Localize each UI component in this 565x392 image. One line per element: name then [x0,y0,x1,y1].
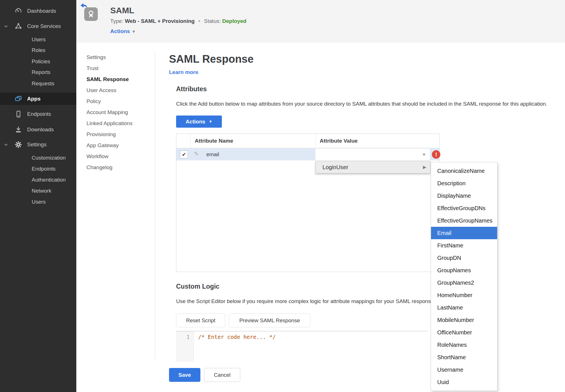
subnav-trust[interactable]: Trust [86,65,99,71]
menu-item-displayname[interactable]: DisplayName [431,190,497,202]
sidebar-item-label: Roles [32,47,46,53]
chevron-down-icon[interactable] [3,23,9,29]
sidebar-item-endpoints-settings[interactable]: Endpoints [0,164,76,174]
editor-gutter: 1 [176,331,194,362]
sidebar-item-label: Users [32,199,46,205]
attributes-actions-button[interactable]: Actions▼ [176,116,222,128]
app-meta: Type: Web - SAML + Provisioning • Status… [110,18,246,24]
subnav-saml-response[interactable]: SAML Response [86,76,129,82]
subnav-changelog[interactable]: Changelog [86,164,112,171]
subnav-divider [155,52,155,360]
menu-item-description[interactable]: Description [431,177,497,190]
value-menu-loginuser[interactable]: LoginUser ▶ [315,161,430,173]
attribute-name-cell: email [206,148,219,160]
chevron-down-icon: ▼ [422,152,426,157]
cancel-button[interactable]: Cancel [204,368,240,382]
column-header-attribute-name: Attribute Name [191,134,315,148]
phone-icon [14,110,23,118]
separator-dot: • [198,18,200,24]
subnav-settings[interactable]: Settings [86,54,106,60]
sidebar-item-label: Customization [32,155,66,161]
code-line[interactable]: /* Enter code here... */ [198,334,276,340]
custom-logic-heading: Custom Logic [176,283,219,290]
value-menu-label: LoginUser [322,164,348,171]
menu-item-groupnames2[interactable]: GroupNames2 [431,276,497,289]
menu-item-uuid[interactable]: Uuid [431,376,497,388]
save-button[interactable]: Save [169,368,200,382]
sidebar-item-label: Requests [32,80,54,87]
sidebar-item-endpoints[interactable]: Endpoints [0,109,76,119]
type-value: Web - SAML + Provisioning [125,18,195,24]
subnav-workflow[interactable]: Workflow [86,153,109,160]
reset-script-button[interactable]: Reset Script [176,313,225,327]
menu-item-username[interactable]: Username [431,363,497,376]
menu-item-lastname[interactable]: LastName [431,301,497,314]
custom-logic-description: Use the Script Editor below if you requi… [176,298,435,304]
status-badge: Deployed [222,18,246,24]
menu-item-mobilenumber[interactable]: MobileNumber [431,314,497,326]
header-actions-dropdown[interactable]: Actions▼ [110,28,136,34]
menu-item-effectivegroupnames[interactable]: EffectiveGroupNames [431,214,497,227]
error-icon: ! [432,150,440,159]
sidebar-item-downloads[interactable]: Downloads [0,124,76,135]
status-label: Status: [204,18,221,24]
gear-icon [14,140,23,149]
subnav-user-access[interactable]: User Access [86,87,116,93]
menu-item-groupdn[interactable]: GroupDN [431,252,497,264]
chevron-down-icon: ▼ [209,119,212,124]
app-header: SAML Type: Web - SAML + Provisioning • S… [76,0,565,43]
attributes-description: Click the Add button below to map attrib… [176,101,547,107]
menu-item-shortname[interactable]: ShortName [431,351,497,363]
menu-item-rolenames[interactable]: RoleNames [431,339,497,351]
subnav-account-mapping[interactable]: Account Mapping [86,109,128,116]
menu-item-firstname[interactable]: FirstName [431,239,497,252]
sidebar-item-label: Dashboards [27,8,56,14]
sidebar-item-authentication[interactable]: Authentication [0,175,76,185]
sidebar-item-label: Apps [27,96,41,102]
sidebar-item-customization[interactable]: Customization [0,153,76,163]
sidebar-item-label: Authentication [32,177,66,183]
subnav-app-gateway[interactable]: App Gateway [86,142,119,149]
header-actions-label: Actions [110,28,130,34]
subnav-provisioning[interactable]: Provisioning [86,131,116,138]
menu-item-email[interactable]: Email [431,227,497,239]
sidebar-item-label: Core Services [27,23,61,29]
sidebar-item-core-services[interactable]: Core Services [0,21,76,32]
sidebar-item-settings[interactable]: Settings [0,139,76,150]
menu-item-groupnames[interactable]: GroupNames [431,264,497,276]
script-editor[interactable]: 1 /* Enter code here... */ [176,331,428,362]
menu-item-homenumber[interactable]: HomeNumber [431,289,497,301]
sidebar-item-dashboards[interactable]: Dashboards [0,6,76,16]
award-ribbon-icon [84,7,98,21]
sidebar-item-network[interactable]: Network [0,186,76,196]
sidebar-item-reports[interactable]: Reports [0,67,76,78]
sidebar-item-users-settings[interactable]: Users [0,197,76,207]
menu-item-effectivegroupdns[interactable]: EffectiveGroupDNs [431,202,497,214]
sidebar-item-label: Policies [32,58,50,65]
page-title: SAML [110,6,134,15]
preview-saml-response-button[interactable]: Preview SAML Response [229,313,310,327]
apps-icon [14,95,23,103]
chevron-down-icon[interactable] [3,141,9,148]
subnav-policy[interactable]: Policy [86,98,101,104]
attributes-actions-label: Actions [186,119,205,125]
sidebar-item-label: Downloads [27,127,54,133]
attribute-value-dropdown[interactable]: ▼ [315,149,430,160]
subnav-linked-applications[interactable]: Linked Applications [86,120,133,127]
sidebar-item-roles[interactable]: Roles [0,45,76,56]
sidebar-item-label: Endpoints [32,166,56,172]
sidebar-item-requests[interactable]: Requests [0,78,76,89]
line-number: 1 [176,334,190,340]
table-row[interactable]: ✔ ✎ email ▼ ! [176,148,439,160]
row-checkbox[interactable]: ✔ [180,151,188,158]
pencil-icon[interactable]: ✎ [194,151,199,157]
menu-item-canonicalizename[interactable]: CanonicalizeName [431,165,497,177]
sidebar-item-label: Users [32,36,46,43]
download-icon [14,125,23,134]
sidebar-item-apps[interactable]: Apps [0,93,76,105]
sidebar-item-policies[interactable]: Policies [0,56,76,67]
sidebar-item-users[interactable]: Users [0,34,76,45]
learn-more-link[interactable]: Learn more [169,69,198,75]
menu-item-officenumber[interactable]: OfficeNumber [431,326,497,339]
column-header-attribute-value: Attribute Value [315,134,439,148]
